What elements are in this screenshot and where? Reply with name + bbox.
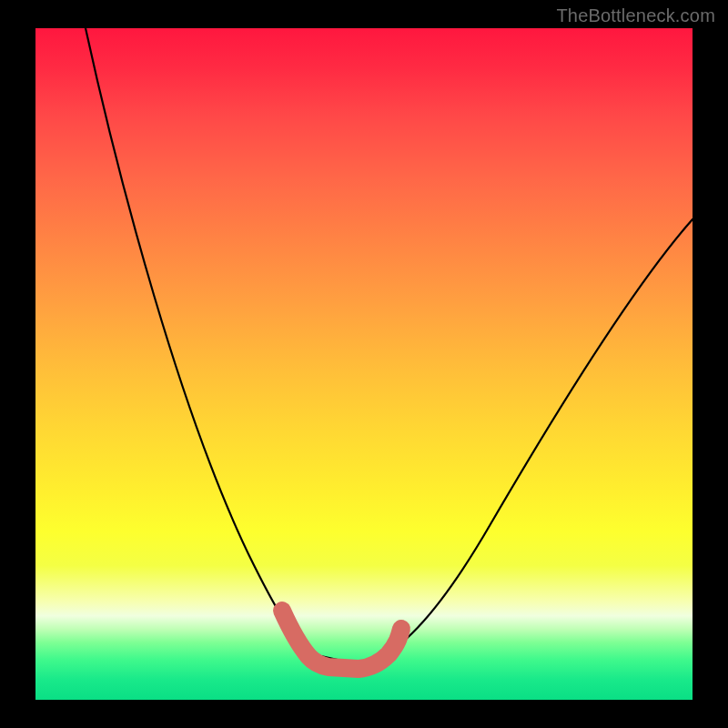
- main-curve: [86, 28, 693, 663]
- watermark-text: TheBottleneck.com: [556, 5, 715, 26]
- curve-overlay: [35, 28, 693, 700]
- chart-container: TheBottleneck.com: [0, 0, 728, 728]
- bottom-highlight: [282, 611, 401, 669]
